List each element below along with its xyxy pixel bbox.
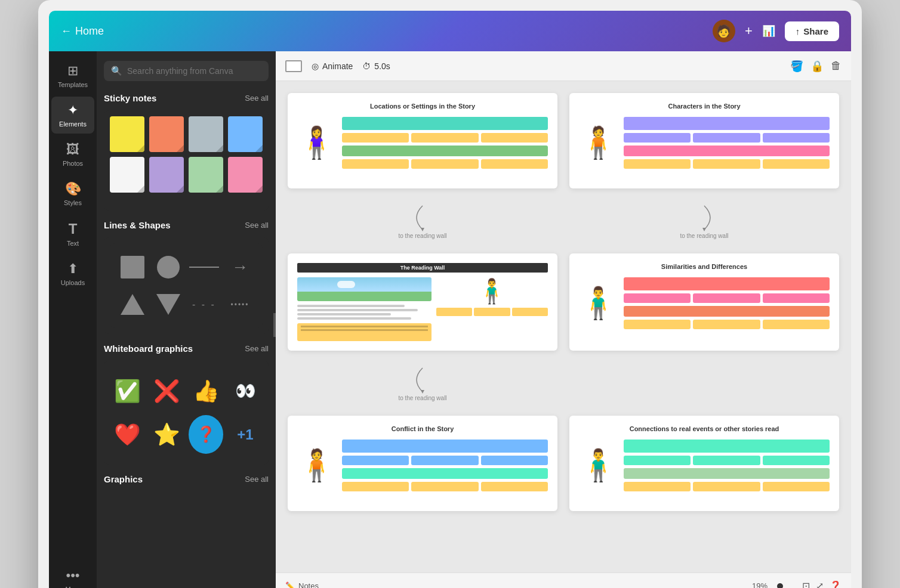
wb-plusone[interactable]: +1 — [228, 415, 263, 454]
block-teal-3 — [624, 440, 830, 453]
sticky-notes-title: Sticky notes — [104, 93, 156, 103]
wb-question[interactable]: ❓ — [189, 415, 223, 454]
analytics-button[interactable]: 📊 — [762, 24, 775, 38]
sticky-note-white[interactable] — [110, 157, 144, 193]
sidebar-item-more[interactable]: ••• More — [51, 562, 94, 588]
zoom-slider-handle[interactable] — [777, 583, 783, 589]
sticky-note-gray[interactable] — [189, 116, 223, 152]
slide-similarities[interactable]: Similarities and Differences 🧍‍♂️ — [569, 253, 839, 351]
sidebar-item-text[interactable]: T Text — [51, 215, 94, 253]
rw-note-line-2 — [301, 329, 428, 331]
sidebar-item-photos[interactable]: 🖼 Photos — [51, 136, 94, 173]
wb-checkmark[interactable]: ✅ — [110, 372, 144, 410]
wb-x[interactable]: ❌ — [149, 372, 184, 410]
panel-collapse-handle[interactable]: ‹ — [273, 313, 276, 337]
whiteboard-graphics-header: Whiteboard graphics See all — [104, 343, 269, 354]
lock-button[interactable]: 🔒 — [810, 60, 824, 73]
slide-connections[interactable]: Connections to real events or other stor… — [569, 416, 839, 511]
trash-button[interactable]: 🗑 — [831, 60, 842, 72]
connector-1-label: to the reading wall — [398, 233, 446, 239]
shape-line[interactable] — [189, 250, 220, 283]
notes-button[interactable]: ✏️ Notes — [285, 581, 319, 588]
slide-connections-blocks — [624, 440, 830, 491]
canvas-area: ◎ Animate ⏱ 5.0s 🪣 🔒 🗑 — [276, 51, 851, 588]
rw-line-1 — [297, 305, 405, 307]
shape-arrow[interactable]: → — [224, 250, 255, 283]
slide-conflict[interactable]: Conflict in the Story 🧍 — [288, 416, 557, 511]
slide-reading-wall[interactable]: The Reading Wall — [288, 253, 557, 351]
sticky-note-orange[interactable] — [149, 116, 184, 152]
sticky-note-pink[interactable] — [228, 157, 263, 193]
wb-eyes[interactable]: 👀 — [228, 372, 263, 410]
sticky-notes-see-all[interactable]: See all — [245, 94, 269, 103]
wb-thumbsup[interactable]: 👍 — [189, 372, 223, 410]
block-purple-1 — [624, 117, 830, 130]
animate-button[interactable]: ◎ Animate — [312, 61, 353, 71]
uploads-icon: ⬆ — [67, 261, 78, 277]
timer-button[interactable]: ⏱ 5.0s — [362, 61, 390, 71]
add-button[interactable]: + — [745, 23, 753, 39]
share-button[interactable]: ↑ Share — [785, 21, 839, 41]
block-teal-2 — [342, 468, 548, 479]
fullscreen-button[interactable]: ⤢ — [816, 580, 824, 588]
slide-locations-inner: Locations or Settings in the Story 🧍‍♀️ — [288, 93, 557, 188]
chip-t1 — [624, 456, 691, 465]
page-view-button[interactable]: ⊡ — [802, 580, 810, 588]
chip-b2 — [411, 456, 478, 465]
sticky-note-purple[interactable] — [149, 157, 184, 193]
block-blue-1 — [342, 440, 548, 453]
sticky-note-green[interactable] — [189, 157, 223, 193]
help-button[interactable]: ❓ — [830, 580, 842, 588]
shape-triangle-up[interactable] — [117, 288, 148, 321]
connector-2-label: to the reading wall — [680, 233, 728, 239]
graphics-see-all[interactable]: See all — [245, 475, 269, 484]
shape-triangle-down[interactable] — [153, 288, 184, 321]
sticky-note-blue[interactable] — [228, 116, 263, 152]
whiteboard-grid: ✅ ❌ 👍 👀 ❤️ ⭐ ❓ +1 — [110, 367, 263, 459]
search-icon: 🔍 — [111, 66, 122, 76]
search-input[interactable] — [127, 66, 261, 76]
styles-icon: 🎨 — [65, 181, 81, 197]
elements-label: Elements — [59, 120, 87, 128]
block-pink-1 — [624, 146, 830, 156]
avatar: 🧑 — [713, 20, 735, 42]
reading-wall-figure-section: 🧍‍♂️ — [436, 277, 548, 341]
sticky-note-yellow[interactable] — [110, 116, 144, 152]
lines-shapes-title: Lines & Shapes — [104, 220, 171, 230]
slide-locations-content: 🧍‍♀️ — [297, 117, 548, 169]
share-icon: ↑ — [796, 26, 800, 36]
slide-locations[interactable]: Locations or Settings in the Story 🧍‍♀️ — [288, 93, 557, 188]
chip-p1 — [624, 133, 691, 143]
chip-yc2 — [411, 482, 478, 491]
reading-wall-header: The Reading Wall — [297, 263, 548, 273]
sidebar-item-uploads[interactable]: ⬆ Uploads — [51, 255, 94, 292]
shape-circle[interactable] — [153, 250, 184, 283]
shape-square[interactable] — [117, 250, 148, 283]
graphics-title: Graphics — [104, 474, 143, 484]
back-button[interactable]: ← Home — [61, 25, 104, 38]
slide-characters[interactable]: Characters in the Story 🧍 — [569, 93, 839, 188]
lines-shapes-see-all[interactable]: See all — [245, 221, 269, 230]
chip-p3 — [763, 133, 830, 143]
chip-y3 — [481, 133, 548, 143]
wb-star[interactable]: ⭐ — [149, 415, 184, 454]
sidebar-item-elements[interactable]: ✦ Elements — [51, 97, 94, 134]
shape-dots[interactable]: ••••• — [224, 288, 255, 321]
sidebar-item-templates[interactable]: ⊞ Templates — [51, 57, 94, 94]
rw-note-yellow — [297, 323, 431, 341]
reading-wall-content: 🧍‍♂️ — [297, 277, 548, 341]
paint-bucket-button[interactable]: 🪣 — [790, 60, 803, 73]
chip-ycn3 — [763, 482, 830, 491]
rw-line-3 — [297, 313, 391, 315]
uploads-label: Uploads — [61, 279, 85, 286]
wb-heart[interactable]: ❤️ — [110, 415, 144, 454]
whiteboard-grid-container: ✅ ❌ 👍 👀 ❤️ ⭐ ❓ +1 — [104, 361, 269, 465]
sidebar-item-styles[interactable]: 🎨 Styles — [51, 175, 94, 212]
slide-conflict-inner: Conflict in the Story 🧍 — [288, 416, 557, 511]
whiteboard-graphics-see-all[interactable]: See all — [245, 344, 269, 353]
photos-icon: 🖼 — [66, 142, 79, 157]
svg-marker-1 — [702, 228, 706, 231]
shape-dashes[interactable]: - - - — [189, 288, 220, 321]
chip-b3 — [481, 456, 548, 465]
slide-conflict-content: 🧍 — [297, 440, 548, 491]
